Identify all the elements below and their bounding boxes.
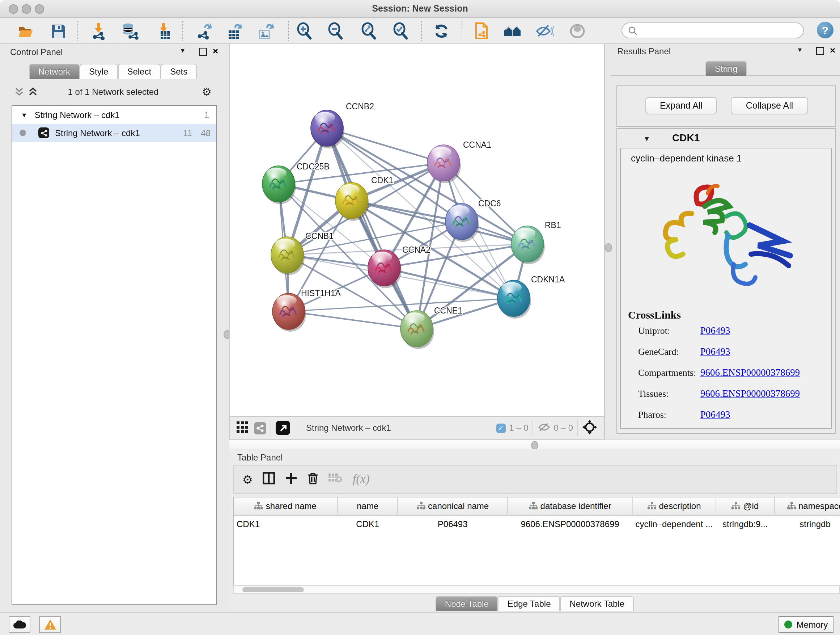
search-field[interactable]	[622, 22, 804, 38]
splitter-handle[interactable]	[531, 441, 538, 450]
search-input[interactable]	[638, 25, 785, 35]
tab-network[interactable]: Network	[29, 64, 80, 79]
network-node-ccna2[interactable]: CCNA2	[368, 245, 431, 288]
column-header--id[interactable]: @id	[715, 497, 775, 516]
export-image-icon[interactable]	[256, 22, 275, 41]
network-share-icon[interactable]	[254, 422, 266, 434]
network-view: CCNB2CCNA1CDC25BCDK1CDC6RB1CCNB1CCNA2CDK…	[229, 43, 605, 440]
zoom-in-icon[interactable]	[295, 22, 314, 41]
table-cell[interactable]: 9606.ENSP00000378699	[508, 516, 633, 532]
node-label: HIST1H1A	[301, 288, 341, 298]
control-panel: Control Panel ▾ × NetworkStyleSelectSets…	[2, 44, 224, 610]
network-edge[interactable]	[289, 311, 417, 329]
birdseye-icon[interactable]	[583, 420, 597, 436]
table-cell[interactable]: cyclin–dependent ...	[633, 516, 716, 532]
expand-all-button[interactable]: Expand All	[645, 97, 717, 114]
network-edge[interactable]	[384, 268, 514, 298]
annotation-document-icon[interactable]	[472, 22, 491, 41]
network-node-rb1[interactable]: RB1	[511, 220, 561, 264]
toolbar-separator	[421, 21, 422, 41]
network-node-cdkn1a[interactable]: CDKN1A	[497, 275, 565, 318]
control-panel-close-icon[interactable]: ×	[213, 46, 218, 57]
save-session-icon[interactable]	[49, 22, 68, 41]
expander-icon[interactable]: ▼	[21, 111, 27, 119]
tab-network-table[interactable]: Network Table	[561, 596, 634, 611]
network-node-ccnb2[interactable]: CCNB2	[311, 102, 374, 149]
column-header-description[interactable]: description	[633, 497, 716, 516]
network-node-ccne1[interactable]: CCNE1	[401, 306, 462, 349]
open-in-window-icon[interactable]	[276, 421, 290, 435]
export-network-icon[interactable]	[195, 22, 213, 41]
table-gear-icon[interactable]: ⚙	[242, 472, 253, 486]
network-node-ccna1[interactable]: CCNA1	[427, 140, 491, 183]
grid-view-icon[interactable]	[237, 421, 248, 435]
network-view-statusbar: String Network – cdk1 ✓ 1 – 0 0 – 0	[230, 416, 604, 439]
tab-string[interactable]: String	[706, 61, 747, 76]
zoom-selected-icon[interactable]	[392, 22, 410, 41]
section-collapse-icon[interactable]: ▼	[643, 135, 651, 143]
results-panel-close-icon[interactable]: ×	[830, 45, 835, 56]
table-cell[interactable]: CDK1	[234, 516, 338, 532]
import-network-database-icon[interactable]	[121, 22, 140, 41]
crosslink-value-link[interactable]: P06493	[700, 409, 730, 421]
help-button[interactable]: ?	[817, 22, 834, 38]
results-panel-menu-icon[interactable]: ▾	[798, 46, 802, 54]
control-panel-menu-icon[interactable]: ▾	[181, 46, 185, 54]
apply-layout-icon[interactable]	[432, 22, 451, 41]
tab-sets[interactable]: Sets	[161, 64, 197, 79]
gear-icon[interactable]: ⚙	[202, 86, 212, 98]
delete-table-icon[interactable]	[329, 473, 343, 486]
control-panel-float-icon[interactable]	[199, 48, 207, 56]
table-cell[interactable]: stringdb:9...	[715, 516, 775, 532]
table-cell[interactable]: CDK1	[338, 516, 398, 532]
column-header-database-identifier[interactable]: database identifier	[508, 497, 633, 516]
open-session-icon[interactable]	[17, 22, 35, 41]
scrollbar-thumb[interactable]	[242, 587, 304, 592]
selected-checkbox-icon[interactable]: ✓	[496, 423, 505, 432]
column-header-name[interactable]: name	[338, 497, 398, 516]
crosslink-label: Tissues:	[638, 388, 700, 400]
show-all-icon[interactable]	[568, 22, 587, 41]
tab-node-table[interactable]: Node Table	[436, 596, 498, 611]
collapse-all-button[interactable]: Collapse All	[731, 97, 808, 114]
split-columns-icon[interactable]	[263, 472, 275, 487]
column-header-shared-name[interactable]: shared name	[234, 497, 338, 516]
tab-edge-table[interactable]: Edge Table	[498, 596, 561, 611]
table-horizontal-scrollbar[interactable]	[233, 585, 840, 594]
cloud-button[interactable]	[9, 616, 30, 633]
function-builder-icon[interactable]: f(x)	[353, 472, 370, 486]
import-table-icon[interactable]	[155, 22, 174, 41]
first-neighbors-icon[interactable]	[504, 22, 523, 41]
network-canvas[interactable]: CCNB2CCNA1CDC25BCDK1CDC6RB1CCNB1CCNA2CDK…	[230, 44, 604, 417]
network-tree-row[interactable]: ▼String Network – cdk11	[12, 106, 216, 124]
results-panel-float-icon[interactable]	[816, 47, 824, 55]
tab-select[interactable]: Select	[118, 64, 161, 79]
network-tree-row[interactable]: String Network – cdk11148	[12, 124, 216, 142]
network-edge[interactable]	[327, 128, 417, 329]
delete-column-icon[interactable]	[308, 472, 319, 487]
selection-status-text: 1 of 1 Network selected	[2, 87, 224, 97]
import-network-file-icon[interactable]	[90, 22, 109, 41]
zoom-fit-icon[interactable]	[360, 22, 378, 41]
column-header-canonical-name[interactable]: canonical name	[398, 497, 508, 516]
crosslink-value-link[interactable]: 9606.ENSP00000378699	[700, 388, 800, 400]
zoom-out-icon[interactable]	[326, 22, 345, 41]
network-edge[interactable]	[327, 128, 444, 163]
column-header-namespace[interactable]: namespace	[775, 497, 840, 516]
node-label: CDK1	[371, 176, 393, 185]
tab-style[interactable]: Style	[80, 64, 118, 79]
crosslink-value-link[interactable]: 9606.ENSP00000378699	[700, 367, 800, 379]
crosslink-value-link[interactable]: P06493	[700, 346, 730, 358]
table-cell[interactable]: stringdb	[775, 516, 840, 532]
add-column-icon[interactable]	[286, 472, 298, 487]
export-table-icon[interactable]	[225, 22, 244, 41]
table-cell[interactable]: P06493	[398, 516, 508, 532]
left-splitter[interactable]	[224, 44, 229, 610]
memory-button[interactable]: Memory	[778, 616, 834, 633]
warning-button[interactable]	[39, 616, 61, 633]
crosslink-value-link[interactable]: P06493	[700, 325, 730, 337]
hide-selected-icon[interactable]	[535, 22, 554, 41]
toolbar-separator	[77, 21, 78, 41]
table-row[interactable]: CDK1CDK1P064939606.ENSP00000378699cyclin…	[234, 516, 840, 532]
node-label: CCNE1	[434, 306, 462, 315]
